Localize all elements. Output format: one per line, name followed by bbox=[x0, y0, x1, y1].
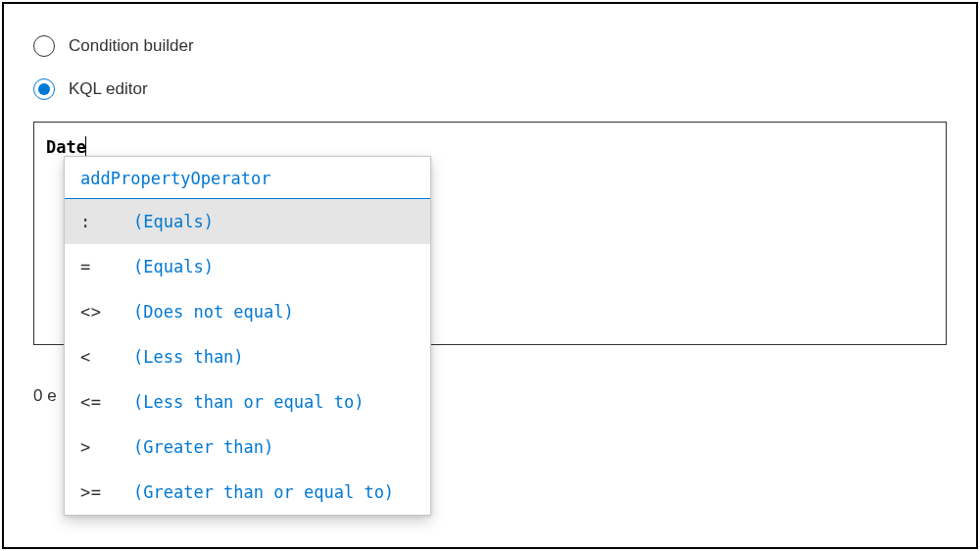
radio-group: Condition builder KQL editor bbox=[33, 35, 947, 100]
kql-editor-textarea[interactable]: Date addPropertyOperator : (Equals) = (E… bbox=[33, 122, 947, 345]
editor-typed-text: Date bbox=[46, 137, 86, 157]
operator-symbol: = bbox=[80, 257, 133, 276]
operator-symbol: <= bbox=[80, 392, 133, 412]
content-area: Condition builder KQL editor Date addPro… bbox=[4, 4, 976, 406]
operator-desc: (Less than) bbox=[133, 347, 244, 367]
operator-dropdown: addPropertyOperator : (Equals) = (Equals… bbox=[64, 156, 431, 516]
operator-symbol: < bbox=[80, 347, 133, 367]
dropdown-item-less-than[interactable]: < (Less than) bbox=[65, 334, 430, 379]
operator-symbol: >= bbox=[80, 482, 133, 502]
operator-desc: (Does not equal) bbox=[133, 302, 294, 322]
operator-desc: (Greater than or equal to) bbox=[133, 482, 394, 502]
radio-condition-builder[interactable]: Condition builder bbox=[33, 35, 947, 57]
operator-symbol: > bbox=[80, 437, 133, 457]
dropdown-item-greater-than-equal[interactable]: >= (Greater than or equal to) bbox=[65, 470, 430, 515]
operator-desc: (Equals) bbox=[133, 257, 214, 276]
radio-label: KQL editor bbox=[69, 79, 148, 99]
operator-symbol: <> bbox=[80, 302, 133, 322]
radio-label: Condition builder bbox=[69, 36, 194, 56]
radio-kql-editor[interactable]: KQL editor bbox=[33, 78, 947, 100]
radio-circle-icon bbox=[33, 35, 55, 57]
dropdown-item-not-equal[interactable]: <> (Does not equal) bbox=[65, 289, 430, 334]
radio-circle-icon bbox=[33, 78, 55, 100]
dropdown-item-less-than-equal[interactable]: <= (Less than or equal to) bbox=[65, 379, 430, 425]
dropdown-item-colon-equals[interactable]: : (Equals) bbox=[65, 199, 430, 244]
operator-desc: (Less than or equal to) bbox=[133, 392, 364, 412]
operator-symbol: : bbox=[80, 212, 133, 231]
radio-editor-panel: Condition builder KQL editor Date addPro… bbox=[2, 2, 978, 549]
dropdown-item-greater-than[interactable]: > (Greater than) bbox=[65, 425, 430, 470]
operator-desc: (Greater than) bbox=[133, 437, 273, 457]
operator-desc: (Equals) bbox=[133, 212, 214, 231]
dropdown-item-equals[interactable]: = (Equals) bbox=[65, 244, 430, 289]
dropdown-header: addPropertyOperator bbox=[65, 157, 430, 199]
